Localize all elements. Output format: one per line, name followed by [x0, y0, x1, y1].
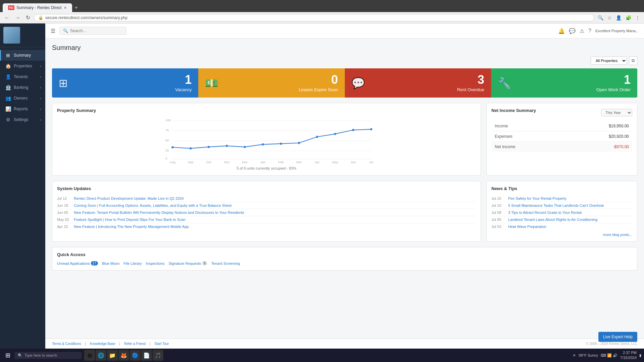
menu-icon[interactable]: ⋮ — [634, 14, 641, 21]
show-desktop-icon[interactable]: ▮ — [639, 353, 641, 358]
back-button[interactable]: ← — [3, 14, 11, 21]
vacancy-icon: ⊞ — [59, 77, 68, 89]
update-link-1[interactable]: Coming Soon | Full Accounting Options: A… — [74, 203, 232, 207]
leases-number: 0 — [299, 74, 338, 86]
messages-icon[interactable]: 💬 — [569, 28, 576, 34]
footer-refer[interactable]: Refer a Friend — [124, 342, 146, 346]
svg-text:Aug: Aug — [170, 160, 175, 164]
footer-tour[interactable]: Start Tour — [155, 342, 169, 346]
work-order-card[interactable]: 🔧 1 Open Work Order — [491, 68, 637, 98]
page-title: Summary — [52, 44, 637, 52]
period-select[interactable]: This Year Last Year This Month — [601, 109, 632, 116]
taskbar-app-2[interactable]: 📁 — [107, 350, 118, 361]
forward-button[interactable]: → — [13, 14, 22, 21]
alerts-icon[interactable]: ⚠ — [580, 28, 584, 34]
news-link-0[interactable]: Fire Safety for Your Rental Property — [508, 196, 567, 200]
taskbar-search[interactable]: 🔍 Type here to search — [14, 352, 82, 359]
all-properties-select[interactable]: All Properties — [591, 57, 627, 65]
extensions-icon[interactable]: 🧩 — [624, 14, 633, 21]
hamburger-icon[interactable]: ☰ — [51, 28, 55, 34]
profile-icon[interactable]: 👤 — [614, 14, 623, 21]
vacancy-label: Vacancy — [175, 87, 192, 92]
footer-terms[interactable]: Terms & Conditions — [52, 342, 81, 346]
footer-knowledge[interactable]: Knowledge Base — [90, 342, 115, 346]
help-icon[interactable]: ? — [588, 28, 591, 34]
svg-point-12 — [208, 146, 210, 148]
active-tab[interactable]: RD Summary - Rentec Direct ✕ — [3, 3, 72, 12]
qa-link-bluemoon[interactable]: Blue Moon — [102, 261, 120, 265]
vacancy-card[interactable]: ⊞ 1 Vacancy — [52, 68, 198, 98]
taskbar-app-4[interactable]: 🔵 — [130, 350, 141, 361]
svg-text:Sep: Sep — [188, 160, 194, 164]
live-help-button[interactable]: Live Expert Help — [598, 332, 637, 342]
sidebar-item-reports[interactable]: 📊 Reports › — [0, 104, 45, 114]
taskbar-app-6[interactable]: 🎵 — [153, 350, 163, 361]
taskbar-app-1[interactable]: 🌐 — [96, 350, 106, 361]
sidebar-item-banking[interactable]: 🏦 Banking › — [0, 82, 45, 93]
rent-overdue-number: 3 — [457, 74, 484, 86]
net-income-header: Net Income Summary This Year Last Year T… — [491, 108, 632, 117]
news-link-3[interactable]: Landlord-Tenant Laws About Rights to Air… — [508, 218, 597, 222]
taskbar-search-text: Type here to search — [24, 353, 57, 357]
news-date-3: Jul 05 — [491, 218, 505, 222]
news-link-4[interactable]: Heat Wave Preparation — [508, 225, 546, 229]
chevron-icon: › — [40, 64, 41, 68]
news-date-4: Jul 03 — [491, 225, 505, 229]
more-blog-link[interactable]: more blog posts... — [491, 233, 632, 237]
svg-text:Jun: Jun — [351, 160, 356, 164]
sidebar-item-owners[interactable]: 👥 Owners › — [0, 93, 45, 104]
news-item-0: Jul 15 Fire Safety for Your Rental Prope… — [491, 195, 632, 202]
footer-copyright: © 2008 – 2024 Rentec Direct, LLC — [586, 342, 637, 346]
chevron-icon-owners: › — [40, 97, 41, 100]
qa-link-unread[interactable]: Unread Applications 27 — [57, 261, 98, 265]
rent-overdue-info: 3 Rent Overdue — [457, 74, 484, 92]
news-tips-title: News & Tips — [491, 186, 632, 191]
qa-link-signature[interactable]: Signature Requests 8 — [169, 261, 207, 265]
app-container: ⊞ Summary 🏠 Properties › 👤 Tenants › 🏦 B… — [0, 23, 644, 349]
net-income-label: Net Income — [495, 144, 515, 149]
qa-link-inspections[interactable]: Inspections — [146, 261, 165, 265]
work-order-icon: 🔧 — [498, 77, 511, 89]
svg-text:Oct: Oct — [206, 160, 211, 164]
sidebar-item-properties[interactable]: 🏠 Properties › — [0, 61, 45, 71]
news-link-1[interactable]: 5 Small Maintenance Tasks That Landlords… — [508, 203, 604, 207]
svg-text:Feb: Feb — [278, 160, 284, 164]
news-link-2[interactable]: 3 Tips to Attract Recent Grads to Your R… — [508, 210, 582, 215]
update-link-3[interactable]: Feature Spotlight | How to Print Deposit… — [74, 218, 185, 222]
sidebar-item-settings[interactable]: ⚙ Settings › — [0, 114, 45, 125]
update-date-4: Apr 23 — [57, 225, 70, 229]
search-bar[interactable]: 🔍 — [59, 27, 126, 35]
svg-point-16 — [280, 142, 282, 144]
properties-icon: 🏠 — [5, 63, 11, 69]
search-icon[interactable]: 🔍 — [596, 14, 605, 21]
notifications-icon[interactable]: 🔔 — [558, 28, 565, 34]
tab-close-button[interactable]: ✕ — [64, 6, 67, 10]
qa-link-tenant-screening[interactable]: Tenant Screening — [211, 261, 240, 265]
taskbar-app-5[interactable]: 📄 — [141, 350, 152, 361]
filter-button[interactable]: ⧉ — [629, 56, 637, 65]
qa-link-filelibrary[interactable]: File Library — [124, 261, 142, 265]
user-label[interactable]: Excellent Property Mana... — [595, 29, 639, 33]
start-button[interactable]: ⊞ — [3, 350, 13, 360]
banking-icon: 🏦 — [5, 85, 11, 90]
update-link-4[interactable]: New Feature | Introducing The New Proper… — [74, 225, 189, 229]
rent-overdue-card[interactable]: 💬 3 Rent Overdue — [345, 68, 491, 98]
taskbar-app-3[interactable]: 🦊 — [118, 350, 129, 361]
update-date-2: Jun 05 — [57, 210, 70, 215]
address-bar[interactable]: 🔒 secure.rentecdirect.com/owners/summary… — [34, 14, 594, 21]
logo-image — [3, 27, 20, 44]
update-link-2[interactable]: New Feature: Tenant Portal Bulletin Will… — [74, 210, 244, 215]
reload-button[interactable]: ↻ — [24, 14, 32, 21]
taskbar-apps: ⊞ 🌐 📁 🦊 🔵 📄 🎵 — [84, 350, 163, 361]
new-tab-button[interactable]: + — [72, 3, 80, 12]
sidebar-item-summary[interactable]: ⊞ Summary — [0, 50, 45, 61]
leases-card[interactable]: 💵 0 Leases Expire Soon — [198, 68, 344, 98]
bookmark-icon[interactable]: ☆ — [606, 14, 613, 21]
taskbar-app-0[interactable]: ⊞ — [84, 350, 95, 361]
search-input[interactable] — [70, 28, 120, 33]
update-link-0[interactable]: Rentec Direct Product Development Update… — [74, 196, 184, 200]
sidebar: ⊞ Summary 🏠 Properties › 👤 Tenants › 🏦 B… — [0, 23, 45, 349]
sidebar-logo — [0, 23, 45, 47]
svg-point-10 — [171, 146, 173, 148]
sidebar-item-tenants[interactable]: 👤 Tenants › — [0, 71, 45, 82]
